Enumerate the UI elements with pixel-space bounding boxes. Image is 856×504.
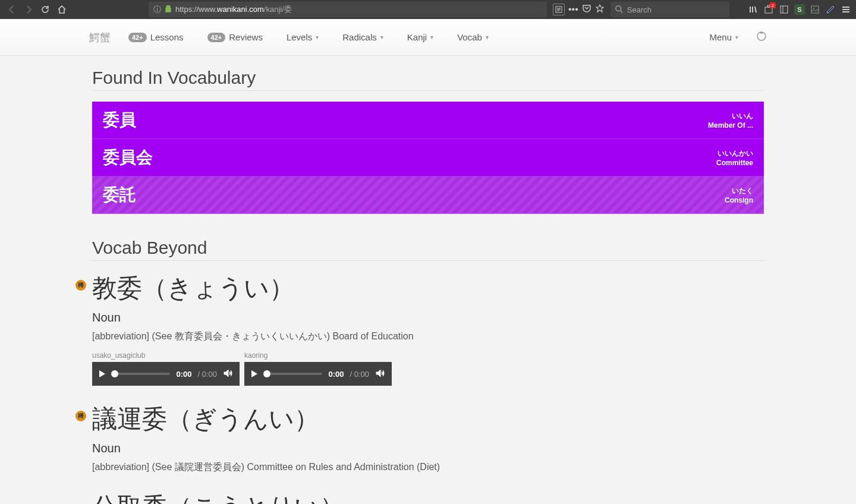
rarity-badge: 稀	[75, 280, 86, 291]
svg-point-14	[813, 8, 814, 9]
browser-toolbar: ⓘ https://www.wanikani.com/kanji/委 ••• S…	[0, 0, 856, 19]
page-actions-icon[interactable]: •••	[568, 4, 578, 15]
beyond-pos: Noun	[92, 311, 764, 325]
nav-kanji[interactable]: Kanji▾	[407, 32, 433, 42]
chevron-down-icon: ▾	[316, 34, 319, 40]
time-current: 0:00	[176, 370, 191, 379]
nav-vocab[interactable]: Vocab▾	[457, 32, 489, 42]
beyond-definition: [abbreviation] (See 教育委員会・きょういくいいんかい) Bo…	[92, 330, 764, 343]
edit-icon[interactable]	[825, 4, 836, 15]
site-nav: 鰐蟹 42+ Lessons 42+ Reviews Levels▾ Radic…	[0, 19, 856, 56]
home-button[interactable]	[55, 2, 69, 17]
svg-rect-11	[781, 6, 788, 13]
reviews-badge: 42+	[207, 33, 226, 42]
audio-label: kaoring	[244, 351, 392, 360]
svg-point-4	[616, 6, 621, 11]
audio-controls[interactable]: 0:00 / 0:00	[244, 362, 392, 386]
vocab-item[interactable]: 委託 いたく Consign	[92, 177, 764, 214]
beyond-entry: 稀 議運委（ぎうんい） Noun [abbreviation] (See 議院運…	[92, 402, 764, 474]
beyond-word: 議運委（ぎうんい）	[92, 402, 764, 436]
reviews-label: Reviews	[229, 32, 263, 42]
time-current: 0:00	[328, 370, 344, 379]
vocab-list: 委員 いいん Member Of ... 委員会 いいんかい Committee…	[92, 102, 764, 214]
beyond-definition: [abbreviation] (See 議院運営委員会) Committee o…	[92, 461, 764, 474]
site-logo[interactable]: 鰐蟹	[89, 30, 111, 45]
vocab-kanji: 委員会	[103, 146, 153, 169]
beyond-word: 公取委（こうとりい）	[92, 490, 764, 504]
search-icon	[615, 5, 624, 14]
time-total: / 0:00	[197, 370, 217, 379]
vocab-beyond-heading: Vocab Beyond	[92, 238, 764, 261]
extension-s-icon[interactable]: S	[794, 4, 805, 15]
reload-button[interactable]	[38, 2, 52, 17]
nav-radicals[interactable]: Radicals▾	[342, 32, 383, 42]
browser-search-box[interactable]: Search	[610, 2, 729, 17]
chevron-down-icon: ▾	[380, 34, 383, 40]
vocab-meta: いいん Member Of ...	[708, 111, 753, 130]
audio-row: usako_usagiclub 0:00 / 0:00 kaoring 0:00…	[92, 351, 764, 386]
back-button[interactable]	[5, 2, 19, 17]
lessons-badge: 42+	[128, 33, 147, 42]
reader-mode-icon[interactable]	[553, 4, 565, 15]
audio-scrubber[interactable]	[263, 373, 322, 375]
bookmark-icon[interactable]	[595, 4, 605, 15]
vocab-meta: いたく Consign	[725, 186, 753, 204]
sync-icon[interactable]	[756, 31, 767, 44]
nav-lessons[interactable]: 42+ Lessons	[128, 32, 184, 42]
vocab-kanji: 委託	[103, 184, 136, 206]
audio-controls[interactable]: 0:00 / 0:00	[92, 362, 240, 386]
volume-icon[interactable]	[375, 368, 385, 380]
nav-levels[interactable]: Levels▾	[287, 32, 319, 42]
chevron-down-icon: ▾	[486, 34, 489, 40]
play-button[interactable]	[99, 370, 105, 377]
library-icon[interactable]	[748, 4, 759, 15]
beyond-entry: 稀 教委（きょうい） Noun [abbreviation] (See 教育委員…	[92, 272, 764, 386]
rarity-badge: 稀	[75, 411, 86, 421]
vocab-item[interactable]: 委員会 いいんかい Committee	[92, 139, 764, 177]
audio-player: usako_usagiclub 0:00 / 0:00	[92, 351, 240, 386]
search-placeholder: Search	[627, 5, 652, 14]
svg-line-5	[621, 11, 623, 13]
beyond-word: 教委（きょうい）	[92, 272, 764, 305]
play-button[interactable]	[251, 370, 257, 377]
nav-menu[interactable]: Menu▾	[709, 32, 738, 42]
time-total: / 0:00	[350, 370, 369, 379]
vocab-kanji: 委員	[103, 109, 136, 131]
found-in-vocab-heading: Found In Vocabulary	[92, 68, 764, 91]
audio-scrubber[interactable]	[111, 373, 170, 375]
chevron-down-icon: ▾	[430, 34, 433, 40]
svg-line-8	[755, 7, 756, 12]
extension-icon[interactable]: 2	[763, 4, 774, 15]
vocab-item[interactable]: 委員 いいん Member Of ...	[92, 102, 764, 139]
url-text: https://www.wanikani.com/kanji/委	[175, 4, 292, 15]
extension-badge: 2	[770, 2, 776, 8]
beyond-entry: 公取委（こうとりい）	[92, 490, 764, 504]
vocab-meta: いいんかい Committee	[716, 149, 753, 167]
beyond-pos: Noun	[92, 442, 764, 455]
volume-icon[interactable]	[223, 368, 232, 380]
nav-reviews[interactable]: 42+ Reviews	[207, 32, 263, 42]
image-icon[interactable]	[810, 4, 820, 15]
sidebar-icon[interactable]	[779, 4, 789, 15]
chevron-down-icon: ▾	[735, 34, 738, 40]
info-icon[interactable]: ⓘ	[153, 4, 161, 15]
lock-icon	[165, 5, 172, 14]
pocket-icon[interactable]	[582, 4, 591, 15]
url-bar[interactable]: ⓘ https://www.wanikani.com/kanji/委	[149, 2, 547, 17]
main-content: Found In Vocabulary 委員 いいん Member Of ...…	[83, 56, 773, 504]
audio-label: usako_usagiclub	[92, 351, 240, 360]
hamburger-menu-icon[interactable]	[841, 4, 851, 15]
forward-button[interactable]	[21, 2, 36, 17]
lessons-label: Lessons	[150, 32, 184, 42]
audio-player: kaoring 0:00 / 0:00	[244, 351, 392, 386]
